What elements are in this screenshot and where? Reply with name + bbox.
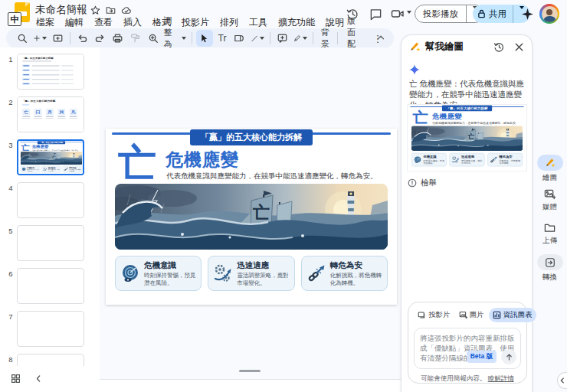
- slide-canvas-area[interactable]: 「贏」的五大核心能力拆解 亡 危機應變 代表危機意識與應變能力，在競爭中能迅速適…: [100, 47, 401, 392]
- slide-title-badge[interactable]: 「贏」的五大核心能力拆解: [38, 141, 65, 144]
- pen-sparkle-icon: [409, 41, 421, 53]
- slide-subtitle[interactable]: 代表危機意識與應變能力，在競爭中能迅速適應變化，轉危為安。: [432, 121, 518, 125]
- zoom-button[interactable]: [145, 30, 162, 47]
- tab-slides[interactable]: 投影片: [414, 308, 454, 322]
- slide-1-mini: 「贏」的五大核心能力拆解: [18, 54, 84, 89]
- slide-glyph[interactable]: 亡: [118, 144, 156, 182]
- regenerate-icon[interactable]: [493, 41, 505, 53]
- main-toolbar: 調整為符 Tr 背景 版面配置 ⋮: [6, 28, 394, 48]
- select-tool-button[interactable]: [196, 30, 213, 47]
- meet-video-icon[interactable]: [391, 8, 405, 20]
- card-crisis-awareness[interactable]: 危機意識 時刻保持警惕，預見潛在風險。: [21, 165, 41, 172]
- gemini-sparkle-icon[interactable]: [522, 8, 533, 20]
- insert-line-button[interactable]: [249, 30, 266, 47]
- insert-comment-button[interactable]: [274, 30, 291, 47]
- share-main[interactable]: 共用: [473, 8, 513, 20]
- tab-infographics[interactable]: 資訊圖表: [489, 308, 536, 322]
- slide-glyph[interactable]: 亡: [413, 111, 428, 126]
- rail-item-upload[interactable]: 上傳: [533, 222, 567, 246]
- paint-format-button[interactable]: [127, 30, 144, 47]
- meet-caret-icon[interactable]: [407, 11, 411, 14]
- send-prompt-button[interactable]: [501, 349, 516, 364]
- card-turn-danger-to-safety[interactable]: 轉危為安 化解挑戰，將危機轉化為轉機。: [487, 153, 523, 166]
- report-row[interactable]: 檢舉: [408, 178, 437, 188]
- convert-pill[interactable]: [537, 254, 563, 270]
- card-rapid-adaptation[interactable]: 迅速適應 靈活調整策略，應對市場變化。: [208, 256, 294, 291]
- close-panel-icon[interactable]: [514, 42, 524, 52]
- slide-thumb-7[interactable]: [17, 311, 84, 347]
- text-box-button[interactable]: Tr: [214, 30, 231, 47]
- prompt-textarea[interactable]: 將這張投影片的內容重新排版成「優缺點」資訊圖表。使用有清楚分隔線的兩... Be…: [414, 328, 521, 369]
- rail-item-media[interactable]: 媒體: [533, 188, 567, 212]
- learn-more-link[interactable]: 瞭解詳情: [488, 374, 514, 382]
- slide-thumbnail-1: 1 「贏」的五大核心能力拆解: [0, 54, 100, 90]
- collapse-filmstrip-icon[interactable]: [34, 374, 44, 384]
- card-title: 迅速適應: [237, 260, 289, 271]
- card-crisis-awareness[interactable]: 危機意識 時刻保持警惕，預見潛在風險。: [411, 153, 447, 166]
- chain-arrow-icon: [490, 156, 498, 164]
- comments-icon[interactable]: [369, 8, 382, 21]
- zoom-fit-select[interactable]: 調整為符: [162, 30, 188, 47]
- disclaimer-text: 可能會使用簡報內容。: [421, 374, 486, 382]
- layout-button[interactable]: 版面配置: [342, 30, 369, 47]
- card-rapid-adaptation[interactable]: 迅速適應 靈活調整策略，應對市場變化。: [41, 165, 61, 172]
- slide-illustration[interactable]: 亡: [21, 152, 83, 165]
- card-title: 轉危為安: [499, 155, 520, 158]
- slide-thumbnail-2: 2 「贏」的五大核心能力拆解 亡 口 月 貝 凡: [0, 96, 100, 132]
- slide-glyph[interactable]: 亡: [21, 144, 30, 152]
- slide-thumb-4[interactable]: [17, 182, 84, 218]
- card-rapid-adaptation[interactable]: 迅速適應 靈活調整策略，應對市場變化。: [449, 153, 484, 166]
- new-slide-template-button[interactable]: [49, 30, 66, 47]
- slide-heading[interactable]: 危機應變: [166, 148, 239, 172]
- gears-arrow-icon: [451, 156, 460, 164]
- card-turn-danger-to-safety[interactable]: 轉危為安 化解挑戰，將危機轉化為轉機。: [301, 256, 388, 291]
- slide-title-badge[interactable]: 「贏」的五大核心能力拆解: [442, 105, 492, 111]
- present-label[interactable]: 投影播放: [415, 8, 466, 20]
- star-icon[interactable]: [90, 5, 100, 15]
- slide-heading[interactable]: 危機應變: [432, 112, 462, 121]
- pen-tool-button[interactable]: [292, 30, 309, 47]
- line-caret-icon[interactable]: [260, 37, 264, 40]
- slide-title-badge[interactable]: 「贏」的五大核心能力拆解: [190, 129, 313, 145]
- slides-logo[interactable]: 中: [8, 2, 32, 26]
- insert-shape-button[interactable]: [231, 30, 248, 47]
- current-slide[interactable]: 「贏」的五大核心能力拆解 亡 危機應變 代表危機意識與應變能力，在競爭中能迅速適…: [106, 129, 397, 305]
- print-button[interactable]: [110, 30, 126, 47]
- rail-label-media: 媒體: [533, 202, 567, 212]
- card-desc: 時刻保持警惕，預見潛在風險。: [27, 169, 38, 172]
- card-crisis-awareness[interactable]: 危機意識 時刻保持警惕，預見潛在風險。: [115, 256, 202, 291]
- toolbar-divider: [313, 32, 313, 44]
- pen-caret-icon[interactable]: [303, 37, 307, 40]
- tab-images[interactable]: 圖片: [455, 308, 488, 322]
- slide-subtitle[interactable]: 代表危機意識與應變能力，在競爭中能迅速適應變化，轉危為安。: [166, 172, 378, 181]
- redo-button[interactable]: [92, 30, 109, 47]
- new-slide-button[interactable]: [31, 30, 48, 47]
- new-slide-caret-icon[interactable]: [42, 37, 47, 40]
- slide-thumb-3[interactable]: 「贏」的五大核心能力拆解 亡 危機應變 代表危機意識與應變能力，在競爭中能迅速適…: [17, 139, 84, 175]
- slide-number: 2: [6, 98, 15, 106]
- rail-item-convert[interactable]: 轉換: [533, 254, 567, 283]
- draw-active-pill[interactable]: [537, 155, 563, 171]
- slide-thumb-1[interactable]: 「贏」的五大核心能力拆解: [17, 54, 84, 90]
- slide-2-mini: 「贏」的五大核心能力拆解 亡 口 月 貝 凡: [18, 97, 84, 132]
- account-avatar[interactable]: [539, 4, 559, 24]
- speaker-notes-handle[interactable]: [239, 370, 261, 372]
- slide-thumbnail-5: 5: [0, 225, 100, 261]
- slide-thumbnail-3-selected: 3 「贏」的五大核心能力拆解 亡 危機應變 代表危機意識與應變能力，在競爭中能迅…: [0, 139, 100, 175]
- background-button[interactable]: 背景: [316, 30, 333, 47]
- slide-illustration[interactable]: 亡: [411, 126, 523, 151]
- move-folder-icon[interactable]: [106, 5, 116, 15]
- grid-view-button[interactable]: [11, 374, 21, 384]
- slide-thumb-5[interactable]: [17, 225, 84, 261]
- card-turn-danger-to-safety[interactable]: 轉危為安 化解挑戰，將危機轉化為轉機。: [63, 165, 83, 172]
- slide-thumb-2[interactable]: 「贏」的五大核心能力拆解 亡 口 月 貝 凡: [17, 96, 84, 132]
- card-desc: 化解挑戰，將危機轉化為轉機。: [499, 159, 520, 165]
- slide-thumb-6[interactable]: [17, 268, 84, 304]
- generated-slide-preview[interactable]: 「贏」的五大核心能力拆解 亡 危機應變 代表危機意識與應變能力，在競爭中能迅速適…: [407, 104, 527, 172]
- cloud-status-icon[interactable]: [121, 5, 132, 15]
- hide-menus-button[interactable]: [375, 32, 386, 43]
- rail-item-draw[interactable]: 繪圖: [533, 155, 567, 183]
- search-menus-button[interactable]: [14, 30, 31, 47]
- slide-illustration[interactable]: 亡: [115, 184, 388, 250]
- undo-button[interactable]: [74, 30, 91, 47]
